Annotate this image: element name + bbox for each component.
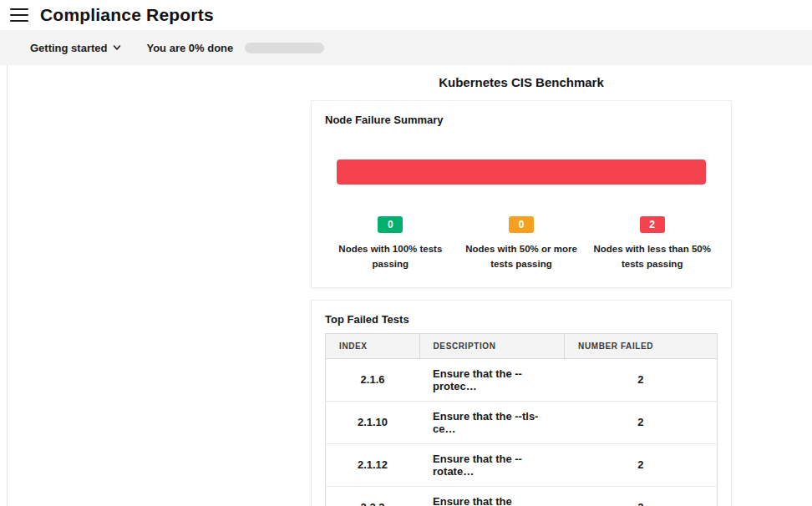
stat-badge-red: 2 — [640, 216, 665, 233]
table-row: 2.1.10 Ensure that the --tls-ce… 2 — [326, 401, 718, 443]
top-failed-tests-table: INDEX DESCRIPTION NUMBER FAILED 2.1.6 En… — [325, 333, 718, 506]
cell-index: 2.1.6 — [326, 358, 420, 401]
top-failed-tests-title: Top Failed Tests — [325, 313, 718, 326]
cell-number-failed: 2 — [565, 443, 718, 486]
stat-label: Nodes with 100% tests passing — [325, 242, 456, 272]
table-row: 2.1.12 Ensure that the --rotate… 2 — [326, 443, 718, 486]
stat-label: Nodes with less than 50% tests passing — [586, 242, 718, 272]
cell-number-failed: 2 — [565, 358, 718, 401]
cell-number-failed: 2 — [565, 486, 718, 506]
getting-started-dropdown[interactable]: Getting started — [30, 42, 121, 54]
stat-50-or-more-passing: 0 Nodes with 50% or more tests passing — [456, 216, 587, 272]
table-row: 2.1.6 Ensure that the --protec… 2 — [326, 358, 718, 401]
column-header-description: DESCRIPTION — [419, 333, 565, 358]
cell-description: Ensure that the --tls-ce… — [419, 401, 565, 443]
menu-icon[interactable] — [10, 8, 28, 22]
cell-description: Ensure that the --rotate… — [419, 443, 565, 486]
progress-bar — [245, 43, 324, 53]
benchmark-title: Kubernetes CIS Benchmark — [311, 75, 732, 89]
cell-number-failed: 2 — [565, 401, 718, 443]
node-failure-summary-title: Node Failure Summary — [325, 114, 718, 126]
column-header-index: INDEX — [326, 333, 420, 358]
stat-100-passing: 0 Nodes with 100% tests passing — [325, 216, 456, 272]
getting-started-label: Getting started — [30, 42, 107, 54]
cell-index: 2.2.3 — [326, 486, 420, 506]
cell-description: Ensure that the --protec… — [419, 358, 565, 401]
cell-index: 2.1.10 — [326, 401, 420, 443]
main-content: Kubernetes CIS Benchmark Node Failure Su… — [0, 65, 812, 506]
cell-description: Ensure that the kubelet … — [419, 486, 565, 506]
top-failed-tests-card: Top Failed Tests INDEX DESCRIPTION NUMBE… — [311, 300, 732, 506]
chevron-down-icon — [113, 43, 121, 52]
stat-badge-orange: 0 — [509, 216, 534, 233]
failure-bar — [337, 159, 706, 185]
table-header-row: INDEX DESCRIPTION NUMBER FAILED — [326, 333, 718, 358]
stat-less-than-50-passing: 2 Nodes with less than 50% tests passing — [586, 216, 718, 272]
top-bar: Compliance Reports — [0, 0, 812, 30]
progress-text: You are 0% done — [146, 42, 233, 54]
column-header-number-failed: NUMBER FAILED — [565, 333, 718, 358]
left-divider — [7, 65, 8, 506]
stats-row: 0 Nodes with 100% tests passing 0 Nodes … — [325, 216, 718, 272]
table-row: 2.2.3 Ensure that the kubelet … 2 — [326, 486, 718, 506]
cell-index: 2.1.12 — [326, 443, 420, 486]
stat-label: Nodes with 50% or more tests passing — [456, 242, 587, 272]
getting-started-bar: Getting started You are 0% done — [0, 30, 812, 65]
node-failure-summary-card: Node Failure Summary 0 Nodes with 100% t… — [311, 100, 732, 288]
stat-badge-green: 0 — [378, 216, 403, 233]
page-title: Compliance Reports — [40, 5, 214, 25]
